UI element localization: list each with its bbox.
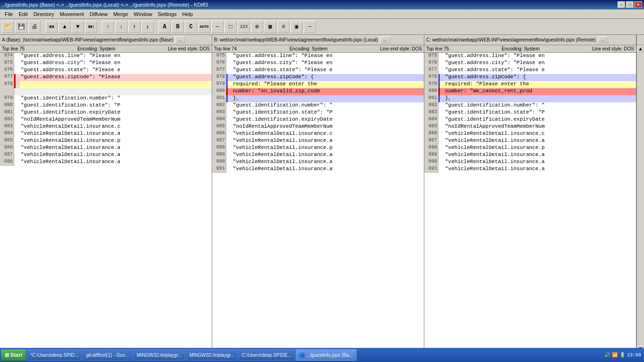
menu-merge[interactable]: Merge: [110, 10, 131, 18]
line-indicator: [438, 88, 444, 95]
system-tray: 🔊📶🔋 13:08: [603, 352, 643, 358]
toolbar-first-diff[interactable]: ⏮: [45, 21, 58, 33]
line-indicator: [438, 74, 444, 81]
line-number: 088: [0, 159, 14, 166]
close-button[interactable]: ✕: [635, 1, 642, 8]
toolbar-prev-diff[interactable]: ▲: [58, 21, 71, 33]
line-number: 086: [424, 131, 438, 138]
toolbar-btn2[interactable]: ≡: [277, 21, 289, 33]
menu-edit[interactable]: Edit: [16, 10, 31, 18]
menu-settings[interactable]: Settings: [155, 10, 180, 18]
line-indicator: [226, 152, 232, 159]
toolbar-b[interactable]: B: [172, 21, 184, 33]
toolbar-up2[interactable]: ⇑: [128, 21, 140, 33]
toolbar-btn4[interactable]: —: [304, 21, 316, 33]
line-text: "vehicleRentalDetail.insurance.p: [232, 145, 333, 152]
line-indicator: [14, 109, 20, 116]
toolbar-down[interactable]: ↓: [115, 21, 127, 33]
diff-line: 085 "vehicleRentalDetail.insurance.p: [0, 138, 212, 145]
toolbar-up[interactable]: ↑: [102, 21, 114, 33]
menubar: File Edit Directory Movement Diffview Me…: [0, 9, 644, 19]
line-text: "vehicleRentalDetail.insurance.a: [232, 159, 333, 166]
toolbar-print[interactable]: 🖨: [28, 21, 41, 33]
taskbar-item-0[interactable]: *C:\Users\deep.SPID...: [27, 349, 82, 361]
diff-line: 087 "vehicleRentalDetail.insurance.a: [212, 138, 424, 145]
toolbar: 📂 💾 🖨 ⏮ ▲ ▼ ⏭ ↑ ↓ ⇑ ⇓ A B C AUTO — □ 123…: [0, 19, 644, 35]
file-header-c: C: web\src\main\webapp\WEB-INF\views\agr…: [424, 35, 636, 45]
diff-line: 076 "guest.address.city": "Please en: [424, 60, 636, 67]
taskbar-item-1[interactable]: git-difftool(1) - Goo...: [83, 349, 132, 361]
toolbar-btn3[interactable]: ▣: [290, 21, 303, 33]
line-text: "guest.identification.number": ": [20, 95, 121, 102]
menu-movement[interactable]: Movement: [57, 10, 87, 18]
line-indicator: [14, 88, 20, 95]
line-indicator: [14, 131, 20, 138]
diff-line: 088 "vehicleRentalDetail.insurance.p: [212, 145, 424, 152]
diff-line: 085 "noIdRentalApprovedTeamMemberNum: [424, 123, 636, 131]
file-browse-b[interactable]: ...: [380, 36, 390, 43]
pane-b-topline: Top line 74: [214, 46, 237, 51]
toolbar-square[interactable]: □: [224, 21, 237, 33]
pane-a-lineend: Line end style: DOS: [168, 46, 210, 51]
line-number: 085: [424, 123, 438, 131]
diff-line: 081 },: [212, 95, 424, 102]
line-indicator: [438, 102, 444, 109]
line-text: "vehicleRentalDetail.insurance.c: [232, 131, 333, 138]
line-text: "guest.identification.number": ": [444, 102, 545, 109]
menu-directory[interactable]: Directory: [31, 10, 57, 18]
toolbar-open[interactable]: 📂: [2, 21, 14, 33]
line-indicator: [438, 166, 444, 173]
minimize-button[interactable]: −: [618, 1, 625, 8]
file-browse-c[interactable]: ...: [598, 36, 608, 43]
menu-help[interactable]: Help: [179, 10, 196, 18]
diff-line: 080 number: "We_cannot_rent_prod: [424, 88, 636, 95]
line-indicator: [438, 138, 444, 145]
diff-line: 082 "noIdRentalApprovedTeamMemberNum: [0, 116, 212, 123]
file-browse-a[interactable]: ...: [175, 36, 185, 43]
diff-panes: Top line 75 Encoding: System Line end st…: [0, 45, 644, 353]
line-number: 087: [424, 138, 438, 145]
toolbar-gear[interactable]: ⚙: [251, 21, 263, 33]
line-number: 087: [0, 152, 14, 159]
menu-diffview[interactable]: Diffview: [87, 10, 110, 18]
menu-file[interactable]: File: [2, 10, 16, 18]
line-text: "guest.identification.expiryDate: [232, 116, 333, 123]
line-indicator: [226, 131, 232, 138]
diff-line: 076 "guest.address.city": "Please en: [212, 60, 424, 67]
start-button[interactable]: ⊞ Start: [1, 349, 26, 361]
toolbar-down2[interactable]: ⇓: [141, 21, 154, 33]
menu-window[interactable]: Window: [131, 10, 155, 18]
toolbar-auto[interactable]: AUTO: [198, 21, 210, 33]
taskbar-item-5[interactable]: 🔵.../guestInfo.jspx (Ba...: [296, 349, 356, 361]
pane-content-b[interactable]: 075 "guest.address.line": "Please en076 …: [212, 53, 424, 353]
diff-line: 077 "guest.address.zipCode": "Please: [0, 74, 212, 81]
toolbar-last-diff[interactable]: ⏭: [85, 21, 97, 33]
pane-content-c[interactable]: 075 "guest.address.line": "Please en076 …: [424, 53, 636, 353]
maximize-button[interactable]: □: [626, 1, 634, 8]
line-indicator: [438, 116, 444, 123]
toolbar-dash[interactable]: —: [211, 21, 223, 33]
toolbar-next-diff[interactable]: ▼: [72, 21, 84, 33]
line-number: 077: [212, 67, 226, 74]
taskbar-item-3[interactable]: MINGW32:/e/playgr...: [186, 349, 238, 361]
toolbar-btn1[interactable]: ▦: [264, 21, 276, 33]
toolbar-123[interactable]: 123: [238, 21, 250, 33]
toolbar-save[interactable]: 💾: [15, 21, 27, 33]
diff-line: 087 "vehicleRentalDetail.insurance.a: [424, 138, 636, 145]
diff-pane-c: Top line 75 Encoding: System Line end st…: [424, 45, 636, 353]
taskbar-item-4[interactable]: C:\Users\deep.SPIDE...: [239, 349, 295, 361]
toolbar-a[interactable]: A: [158, 21, 171, 33]
line-text: "vehicleRentalDetail.insurance.a: [20, 131, 121, 138]
pane-content-a[interactable]: 074 "guest.address.line": "Please en075 …: [0, 53, 212, 353]
line-text: },: [232, 95, 240, 102]
line-text: "noIdRentalApprovedTeamMemberNum: [20, 116, 121, 123]
pane-header-a: Top line 75 Encoding: System Line end st…: [0, 45, 212, 53]
diff-line: 089 "vehicleRentalDetail.insurance.a: [424, 152, 636, 159]
taskbar-item-2[interactable]: MINGW32:/e/playgr...: [133, 349, 185, 361]
line-indicator: [226, 159, 232, 166]
line-text: "guest.identification.expiryDate: [20, 109, 121, 116]
line-number: 079: [424, 81, 438, 88]
line-indicator: [14, 81, 20, 88]
diff-line: 078: [0, 81, 212, 88]
toolbar-c[interactable]: C: [185, 21, 197, 33]
